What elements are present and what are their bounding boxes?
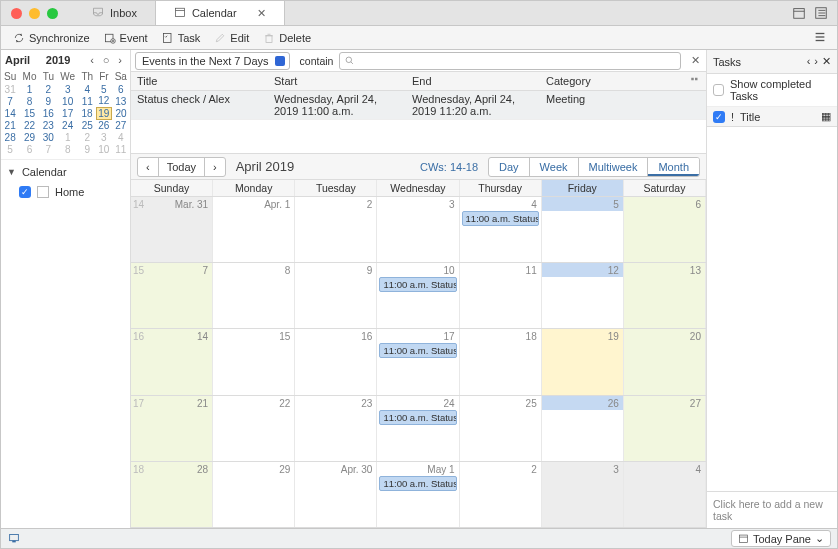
today-pane-button[interactable]: Today Pane ⌄ [731,530,831,547]
calendar-toggle-icon[interactable] [791,5,807,21]
priority-col-icon[interactable]: ! [731,111,734,123]
filter-dropdown[interactable]: Events in the Next 7 Days [135,52,290,70]
day-cell[interactable]: 1011:00 a.m. Status ... [377,263,459,328]
zoom-window-icon[interactable] [47,8,58,19]
tasks-list[interactable] [707,127,837,491]
minicalendar[interactable]: SuMoTuWeThFrSa 3112345678910111213141516… [1,70,130,155]
view-day[interactable]: Day [489,158,530,176]
day-cell[interactable]: 2 [460,462,542,527]
tasks-close-icon[interactable]: ✕ [822,55,831,68]
day-cell[interactable]: 20 [624,329,706,394]
col-category[interactable]: Category [540,72,684,90]
synchronize-button[interactable]: Synchronize [7,30,96,46]
show-completed-row[interactable]: Show completed Tasks [707,74,837,107]
view-week[interactable]: Week [530,158,579,176]
day-cell[interactable]: 12 [542,263,624,328]
tab-inbox[interactable]: Inbox [74,1,156,25]
day-header: Sunday [131,180,213,196]
day-cell[interactable]: 16 [295,329,377,394]
tabbar: Inbox Calendar ✕ [74,1,285,25]
day-cell[interactable]: Apr. 1 [213,197,295,262]
col-start[interactable]: Start [268,72,406,90]
day-cell[interactable]: 1711:00 a.m. Status ... [377,329,459,394]
day-cell[interactable]: 18 [460,329,542,394]
menu-icon[interactable] [813,30,831,46]
checkbox-icon[interactable] [713,84,724,96]
nav-prev-icon[interactable]: ‹ [138,158,159,176]
search-input[interactable] [339,52,681,70]
day-cell[interactable]: 3 [542,462,624,527]
online-icon[interactable] [7,531,21,547]
day-header: Wednesday [377,180,459,196]
day-cell[interactable]: 2411:00 a.m. Status ... [377,396,459,461]
col-options-icon[interactable] [684,72,706,90]
tasks-title: Tasks [713,56,741,68]
day-cell[interactable]: 2 [295,197,377,262]
month-grid[interactable]: 14Mar. 31Apr. 123411:00 a.m. Status ...5… [131,197,706,528]
day-cell[interactable]: 9 [295,263,377,328]
day-cell[interactable]: 15 [213,329,295,394]
day-header: Saturday [624,180,706,196]
search-icon [344,55,355,66]
day-cell[interactable]: 14Mar. 31 [131,197,213,262]
calendar-list-header[interactable]: ▼ Calendar [1,159,130,184]
day-cell[interactable]: 25 [460,396,542,461]
day-cell[interactable]: 22 [213,396,295,461]
tasks-col-options-icon[interactable]: ▦ [821,110,831,123]
day-cell[interactable]: 157 [131,263,213,328]
event-chip[interactable]: 11:00 a.m. Status ... [379,343,456,358]
nav-today-button[interactable]: Today [159,158,205,176]
day-cell[interactable]: 3 [377,197,459,262]
day-cell[interactable]: 8 [213,263,295,328]
day-cell[interactable]: 27 [624,396,706,461]
day-cell[interactable]: May 111:00 a.m. Status ... [377,462,459,527]
day-cell[interactable]: 1614 [131,329,213,394]
view-multiweek[interactable]: Multiweek [579,158,649,176]
close-tab-icon[interactable]: ✕ [257,7,266,20]
day-cell[interactable]: Apr. 30 [295,462,377,527]
day-cell[interactable]: 23 [295,396,377,461]
day-cell[interactable]: 4 [624,462,706,527]
new-task-button[interactable]: Task [156,30,207,46]
day-cell[interactable]: 11 [460,263,542,328]
svg-rect-21 [691,77,694,80]
tasks-col-title[interactable]: Title [740,111,760,123]
event-chip[interactable]: 11:00 a.m. Status ... [379,476,456,491]
tasks-next-icon[interactable]: › [814,55,818,68]
day-cell[interactable]: 1828 [131,462,213,527]
tab-calendar[interactable]: Calendar ✕ [156,1,285,25]
clear-filter-icon[interactable]: ✕ [685,54,706,67]
day-cell[interactable]: 26 [542,396,624,461]
view-month[interactable]: Month [648,158,699,176]
event-chip[interactable]: 11:00 a.m. Status ... [462,211,539,226]
col-title[interactable]: Title [131,72,268,90]
day-cell[interactable]: 19 [542,329,624,394]
col-end[interactable]: End [406,72,540,90]
nav-next-icon[interactable]: › [205,158,225,176]
filter-operator[interactable]: contain [294,55,340,67]
event-chip[interactable]: 11:00 a.m. Status ... [379,277,456,292]
close-window-icon[interactable] [11,8,22,19]
calendar-item-home[interactable]: ✓ Home [1,184,130,200]
day-cell[interactable]: 13 [624,263,706,328]
checkbox-icon[interactable]: ✓ [19,186,31,198]
tasks-prev-icon[interactable]: ‹ [807,55,811,68]
checkbox-col-icon[interactable]: ✓ [713,111,725,123]
minical-prev-icon[interactable]: ‹ [86,54,98,66]
minical-next-icon[interactable]: › [114,54,126,66]
day-cell[interactable]: 411:00 a.m. Status ... [460,197,542,262]
minimize-window-icon[interactable] [29,8,40,19]
tasks-toggle-icon[interactable] [813,5,829,21]
day-cell[interactable]: 6 [624,197,706,262]
new-task-input[interactable]: Click here to add a new task [707,491,837,528]
new-event-button[interactable]: Event [98,30,154,46]
svg-rect-24 [12,540,16,542]
day-headers: SundayMondayTuesdayWednesdayThursdayFrid… [131,180,706,197]
tasks-columns: ✓ ! Title ▦ [707,107,837,127]
eventlist-row[interactable]: Status check / AlexWednesday, April 24, … [131,91,706,120]
day-cell[interactable]: 29 [213,462,295,527]
minical-today-icon[interactable]: ○ [100,54,112,66]
day-cell[interactable]: 5 [542,197,624,262]
day-cell[interactable]: 1721 [131,396,213,461]
event-chip[interactable]: 11:00 a.m. Status ... [379,410,456,425]
